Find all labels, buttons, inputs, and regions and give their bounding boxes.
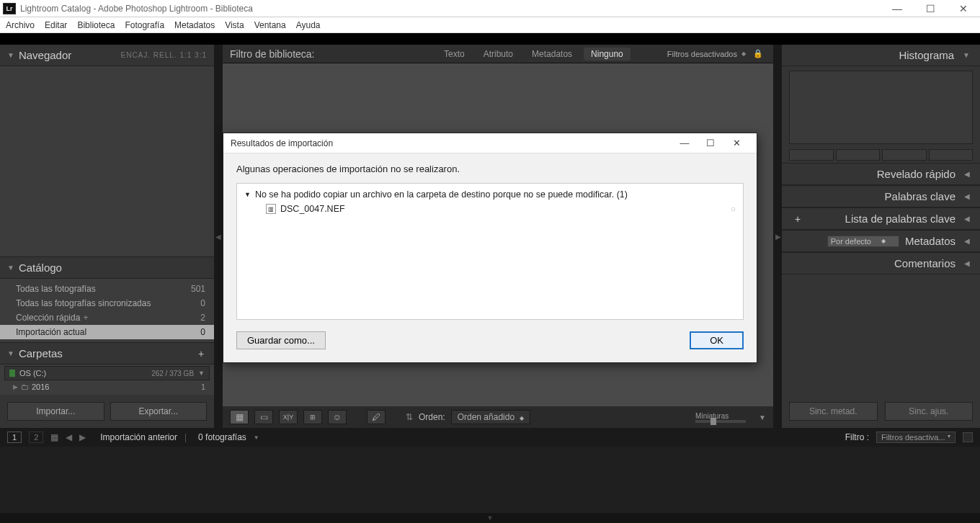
navigator-header[interactable]: ▼ Navegador ENCAJ. RELL. 1:1 3:1 <box>0 45 214 66</box>
filmstrip-filter-dropdown[interactable]: Filtros desactiva...▾ <box>876 432 956 443</box>
filter-tab-ninguno[interactable]: Ninguno <box>584 48 631 61</box>
menu-item[interactable]: Ventana <box>254 20 286 30</box>
comments-header[interactable]: Comentarios◀ <box>782 252 980 274</box>
thumbnail-size: Miniaturas <box>695 412 746 423</box>
navigator-title: Navegador <box>19 49 121 61</box>
menu-item[interactable]: Biblioteca <box>77 20 115 30</box>
left-separator[interactable]: ◀ <box>214 45 223 428</box>
keyword-list-header[interactable]: + Lista de palabras clave◀ <box>782 207 980 230</box>
plus-icon[interactable]: + <box>198 348 207 359</box>
app-badge: Lr <box>3 3 16 14</box>
catalog-list: Todas las fotografías501 Todas las fotog… <box>0 279 214 342</box>
histogram-title: Histograma <box>899 49 954 61</box>
catalog-item[interactable]: Todas las fotografías sincronizadas0 <box>0 296 214 310</box>
filmstrip-handle[interactable]: ▼ <box>0 513 980 523</box>
chevron-right-icon: ▶ <box>775 233 781 241</box>
dialog-minimize-button[interactable]: — <box>672 135 698 152</box>
keywords-header[interactable]: Palabras clave◀ <box>782 185 980 207</box>
chevron-left-icon: ◀ <box>964 192 970 200</box>
import-button[interactable]: Importar... <box>7 402 104 421</box>
photo-count: 0 fotografías <box>198 432 246 442</box>
error-file-row[interactable]: ▥ DSC_0047.NEF ○ <box>244 204 736 214</box>
dialog-maximize-button[interactable]: ☐ <box>698 135 723 152</box>
filter-tab-atributo[interactable]: Atributo <box>476 48 520 61</box>
catalog-item-selected[interactable]: Importación actual0 <box>0 325 214 339</box>
filter-label: Filtro : <box>845 432 869 442</box>
forward-button[interactable]: ▶ <box>79 432 86 442</box>
metadata-header[interactable]: Por defecto◆ Metadatos◀ <box>782 230 980 252</box>
right-panel: Histograma ▼ Revelado rápido◀ Palabras c… <box>782 45 980 428</box>
chevron-down-icon: ▼ <box>7 264 14 272</box>
grid-icon[interactable]: ▦ <box>50 432 58 442</box>
quick-develop-header[interactable]: Revelado rápido◀ <box>782 163 980 185</box>
action-icon[interactable]: ○ <box>731 204 736 214</box>
chevron-down-icon[interactable]: ▼ <box>759 414 766 421</box>
menu-bar: Archivo Editar Biblioteca Fotografía Met… <box>0 17 980 33</box>
folder-name: 2016 <box>32 383 201 391</box>
filter-preset-dropdown[interactable]: Filtros desactivados <box>667 50 737 58</box>
menu-item[interactable]: Fotografía <box>125 20 164 30</box>
ok-button[interactable]: OK <box>690 331 744 349</box>
second-window-button[interactable]: 2 <box>29 432 43 443</box>
chevron-left-icon: ◀ <box>964 259 970 267</box>
filter-tab-metadatos[interactable]: Metadatos <box>525 48 579 61</box>
left-panel: ▼ Navegador ENCAJ. RELL. 1:1 3:1 ▼ Catál… <box>0 45 214 428</box>
error-group-row[interactable]: ▼ No se ha podido copiar un archivo en l… <box>244 189 736 200</box>
export-button[interactable]: Exportar... <box>110 402 208 421</box>
menu-item[interactable]: Metadatos <box>174 20 215 30</box>
left-buttons: Importar... Exportar... <box>0 395 214 428</box>
folders-header[interactable]: ▼ Carpetas + <box>0 342 214 365</box>
save-as-button[interactable]: Guardar como... <box>236 331 326 349</box>
compare-view-button[interactable]: X|Y <box>279 410 298 424</box>
menu-item[interactable]: Archivo <box>6 20 35 30</box>
navigator-zoom-options[interactable]: ENCAJ. RELL. 1:1 3:1 <box>121 51 208 59</box>
chevron-down-icon[interactable]: ▼ <box>254 434 259 441</box>
chevron-down-icon: ▼ <box>244 191 251 198</box>
sync-adjustments-button[interactable]: Sinc. ajus. <box>885 402 974 421</box>
center-toolbar: ▦ ▭ X|Y ⊞ ☺ 🖊 ⇅ Orden: Orden añadido ◆ M… <box>223 406 773 428</box>
painter-tool-button[interactable]: 🖊 <box>367 410 386 424</box>
filter-tab-texto[interactable]: Texto <box>437 48 472 61</box>
folder-count: 1 <box>201 383 205 391</box>
catalog-item[interactable]: Colección rápida+2 <box>0 310 214 325</box>
right-separator[interactable]: ▶ <box>773 45 782 428</box>
menu-item[interactable]: Editar <box>45 20 67 30</box>
menu-item[interactable]: Ayuda <box>296 20 321 30</box>
main-window-button[interactable]: 1 <box>7 432 22 443</box>
chevron-down-icon: ▼ <box>963 51 970 59</box>
metadata-preset-dropdown[interactable]: Por defecto◆ <box>827 236 899 247</box>
people-view-button[interactable]: ☺ <box>328 410 347 424</box>
close-button[interactable]: ✕ <box>947 0 980 17</box>
minimize-button[interactable]: — <box>881 0 914 17</box>
sort-icon[interactable]: ⇅ <box>406 412 413 422</box>
lock-icon[interactable]: 🔒 <box>750 49 766 58</box>
order-label: Orden: <box>419 412 445 422</box>
source-label[interactable]: Importación anterior <box>100 432 177 442</box>
catalog-item[interactable]: Todas las fotografías501 <box>0 282 214 296</box>
survey-view-button[interactable]: ⊞ <box>303 410 322 424</box>
loupe-view-button[interactable]: ▭ <box>254 410 273 424</box>
right-buttons: Sinc. metad. Sinc. ajus. <box>782 395 980 428</box>
grid-view-button[interactable]: ▦ <box>230 410 249 424</box>
window-title: Lightroom Catalog - Adobe Photoshop Ligh… <box>20 4 881 14</box>
maximize-button[interactable]: ☐ <box>914 0 947 17</box>
thumbnail-slider[interactable] <box>695 420 746 423</box>
menu-item[interactable]: Vista <box>225 20 244 30</box>
order-dropdown[interactable]: Orden añadido ◆ <box>451 410 530 424</box>
filmstrip[interactable] <box>0 447 980 513</box>
dialog-close-button[interactable]: ✕ <box>723 135 749 152</box>
chevron-down-icon[interactable]: ▼ <box>198 370 205 377</box>
sync-metadata-button[interactable]: Sinc. metad. <box>789 402 878 421</box>
dialog-list[interactable]: ▼ No se ha podido copiar un archivo en l… <box>236 183 744 320</box>
catalog-header[interactable]: ▼ Catálogo <box>0 256 214 279</box>
histogram-header[interactable]: Histograma ▼ <box>782 45 980 66</box>
navigator-preview <box>0 66 214 256</box>
histogram-view <box>789 71 973 144</box>
library-filter-bar: Filtro de biblioteca: Texto Atributo Met… <box>223 45 773 63</box>
import-results-dialog: Resultados de importación — ☐ ✕ Algunas … <box>223 133 757 363</box>
back-button[interactable]: ◀ <box>66 432 72 442</box>
filter-toggle[interactable] <box>963 432 973 442</box>
folder-row[interactable]: ▶ 🗀 2016 1 <box>4 380 210 393</box>
volume-row[interactable]: OS (C:) 262 / 373 GB ▼ <box>4 366 210 380</box>
plus-icon[interactable]: + <box>795 213 801 225</box>
